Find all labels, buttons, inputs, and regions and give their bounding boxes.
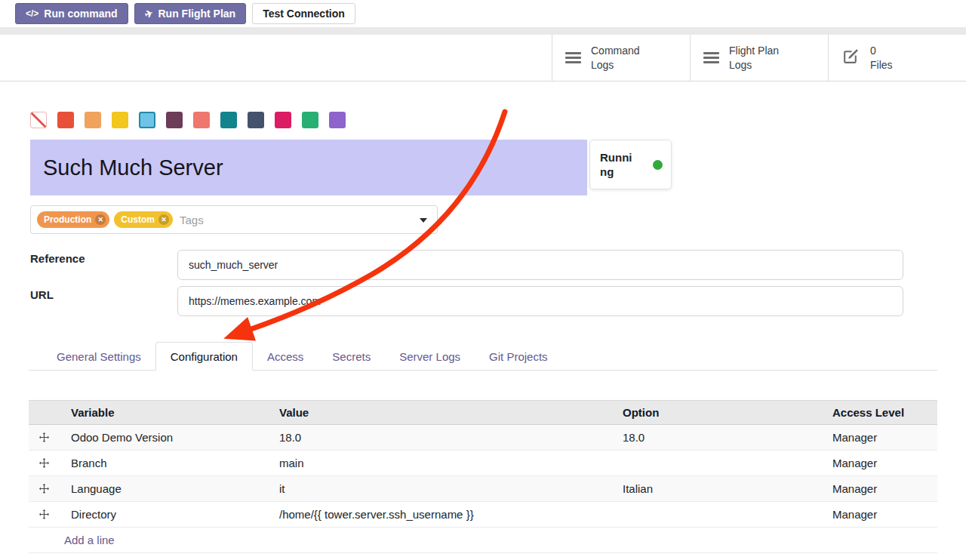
server-name-field[interactable]: Such Much Server (30, 140, 587, 195)
tag-production[interactable]: Production✕ (37, 211, 109, 228)
tag-pills: Production✕Custom✕ (37, 211, 173, 228)
chevron-down-icon[interactable] (420, 218, 427, 223)
table-row[interactable]: Directory/home/{{ tower.server.ssh_usern… (29, 502, 937, 528)
color-swatch-orange[interactable] (85, 112, 101, 128)
edit-icon (841, 47, 860, 69)
cell-access-level[interactable]: Manager (820, 482, 937, 495)
stat-line: Logs (729, 58, 779, 72)
cell-access-level[interactable]: Manager (820, 457, 937, 469)
run-command-label: Run command (44, 8, 117, 20)
top-toolbar: </> Run command ✈ Run Flight Plan Test C… (0, 0, 966, 27)
tag-label: Production (44, 214, 91, 225)
tag-custom[interactable]: Custom✕ (114, 211, 173, 228)
cell-variable[interactable]: Language (59, 482, 267, 495)
color-swatch-magenta[interactable] (275, 112, 291, 128)
tab-server-logs[interactable]: Server Logs (385, 342, 475, 371)
tags-field[interactable]: Production✕Custom✕ Tags (30, 205, 438, 234)
stat-line: Command (591, 44, 640, 58)
color-swatch-row (30, 112, 346, 128)
header-stat-buttons: Command Logs Flight Plan Logs 0 Files (552, 35, 966, 81)
drag-handle-icon[interactable] (29, 484, 59, 494)
configuration-table: VariableValueOptionAccess Level Odoo Dem… (29, 400, 937, 553)
flight-plan-logs-label: Flight Plan Logs (729, 44, 779, 72)
table-body: Odoo Demo Version18.018.0ManagerBranchma… (29, 425, 937, 528)
table-row[interactable]: BranchmainManager (29, 451, 937, 476)
url-input[interactable] (177, 286, 903, 316)
paper-plane-icon: ✈ (143, 7, 154, 20)
reference-label: Reference (30, 252, 85, 265)
cell-value[interactable]: main (267, 457, 611, 469)
divider-strip (0, 27, 966, 35)
color-swatch-yellow[interactable] (112, 112, 128, 128)
color-swatch-dark-purple[interactable] (166, 112, 183, 128)
table-row[interactable]: LanguageitItalianManager (29, 476, 937, 502)
bars-icon (703, 50, 719, 66)
cell-value[interactable]: /home/{{ tower.server.ssh_username }} (267, 508, 611, 521)
column-header-access-level: Access Level (820, 406, 937, 419)
drag-handle-icon[interactable] (29, 509, 59, 519)
test-connection-button[interactable]: Test Connection (252, 3, 355, 24)
drag-handle-icon[interactable] (29, 458, 59, 468)
color-swatch-dark-blue[interactable] (248, 112, 264, 128)
command-logs-stat-button[interactable]: Command Logs (552, 35, 690, 81)
url-label: URL (30, 288, 54, 301)
status-indicator-dot (653, 160, 663, 170)
cell-variable[interactable]: Branch (59, 457, 267, 469)
color-swatch-red[interactable] (57, 112, 74, 128)
cell-variable[interactable]: Odoo Demo Version (59, 431, 267, 444)
cell-option[interactable]: 18.0 (611, 431, 820, 444)
tag-remove-icon[interactable]: ✕ (95, 214, 106, 225)
table-header-row: VariableValueOptionAccess Level (29, 400, 937, 425)
tab-configuration[interactable]: Configuration (155, 342, 253, 371)
code-icon: </> (26, 8, 38, 19)
color-swatch-purple[interactable] (329, 112, 346, 128)
run-flight-plan-label: Run Flight Plan (158, 8, 236, 20)
status-button[interactable]: Running (589, 140, 672, 189)
run-flight-plan-button[interactable]: ✈ Run Flight Plan (134, 3, 247, 24)
run-command-button[interactable]: </> Run command (15, 3, 128, 24)
stat-line: Logs (591, 58, 640, 72)
files-count: 0 (870, 44, 893, 58)
column-header-value: Value (267, 406, 611, 419)
tab-secrets[interactable]: Secrets (318, 342, 385, 371)
cell-value[interactable]: it (267, 482, 611, 495)
cell-option[interactable]: Italian (611, 482, 820, 495)
flight-plan-logs-stat-button[interactable]: Flight Plan Logs (690, 35, 828, 81)
files-word: Files (870, 58, 893, 72)
reference-input[interactable] (177, 250, 903, 280)
files-stat-button[interactable]: 0 Files (828, 35, 966, 81)
cell-variable[interactable]: Directory (59, 508, 267, 521)
cell-access-level[interactable]: Manager (820, 508, 937, 521)
header-band: Command Logs Flight Plan Logs 0 Files (0, 35, 966, 82)
color-swatch-teal[interactable] (220, 112, 237, 128)
cell-value[interactable]: 18.0 (267, 431, 611, 444)
drag-handle-icon[interactable] (29, 432, 59, 442)
tag-label: Custom (121, 214, 155, 225)
color-swatch-salmon[interactable] (193, 112, 210, 128)
tab-access[interactable]: Access (253, 342, 318, 371)
command-logs-label: Command Logs (591, 44, 640, 72)
table-row[interactable]: Odoo Demo Version18.018.0Manager (29, 425, 937, 451)
tab-git-projects[interactable]: Git Projects (475, 342, 562, 371)
status-label: Running (600, 150, 636, 180)
cell-access-level[interactable]: Manager (820, 431, 937, 444)
tag-remove-icon[interactable]: ✕ (158, 214, 169, 225)
tab-general-settings[interactable]: General Settings (42, 342, 155, 371)
color-swatch-light-blue[interactable] (139, 112, 155, 128)
column-header-option: Option (611, 406, 820, 419)
column-header-variable: Variable (59, 406, 267, 419)
color-swatch-no-color[interactable] (30, 112, 47, 128)
add-line-row: Add a line (29, 528, 937, 553)
tags-placeholder: Tags (180, 214, 204, 226)
server-name-text: Such Much Server (43, 155, 223, 180)
add-a-line-link[interactable]: Add a line (29, 534, 937, 546)
bars-icon (565, 50, 581, 66)
tab-bar: General SettingsConfigurationAccessSecre… (29, 342, 937, 371)
color-swatch-green[interactable] (302, 112, 318, 128)
stat-line: Flight Plan (729, 44, 779, 58)
files-label: 0 Files (870, 44, 893, 72)
